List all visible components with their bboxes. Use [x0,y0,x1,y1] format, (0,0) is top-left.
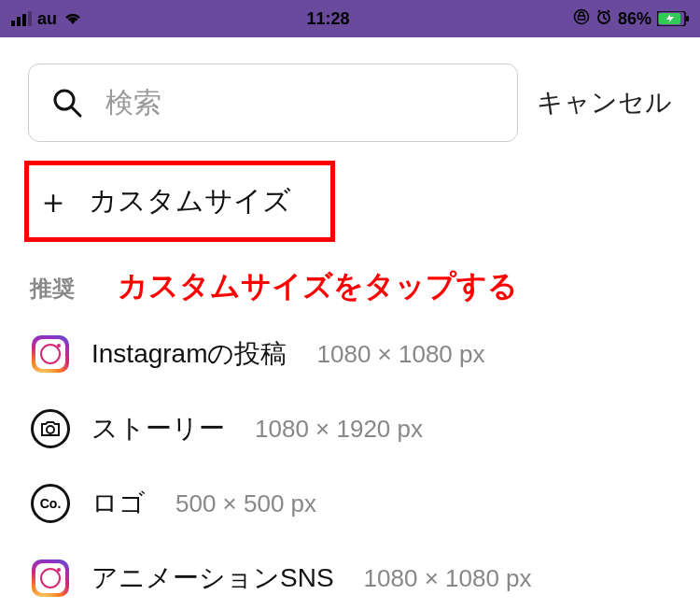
orientation-lock-icon [573,8,590,30]
list-item[interactable]: Co. ロゴ 500 × 500 px [0,466,700,541]
svg-rect-3 [28,11,32,26]
annotation-text: カスタムサイズをタップする [118,266,518,307]
section-header: 推奨 カスタムサイズをタップする [0,242,700,317]
battery-percent: 86% [618,9,651,29]
search-icon [51,87,83,119]
svg-line-10 [72,107,80,116]
plus-icon: ＋ [36,185,70,219]
item-dimensions: 1080 × 1080 px [317,340,485,369]
item-label: アニメーションSNS [91,560,334,596]
list-item[interactable]: Instagramの投稿 1080 × 1080 px [0,317,700,391]
wifi-icon [63,11,83,26]
svg-rect-8 [686,16,689,21]
svg-rect-1 [17,17,21,26]
camera-icon [30,408,71,449]
custom-size-label: カスタムサイズ [89,182,291,220]
item-label: ロゴ [91,486,146,521]
list-item[interactable]: アニメーションSNS 1080 × 1080 px [0,541,700,609]
custom-size-button[interactable]: ＋ カスタムサイズ [24,161,335,242]
item-dimensions: 1080 × 1080 px [364,564,532,593]
carrier-label: au [37,9,57,29]
svg-rect-0 [11,21,15,26]
item-dimensions: 1080 × 1920 px [255,415,423,444]
status-time: 11:28 [306,9,349,29]
search-placeholder: 検索 [105,84,161,122]
logo-co-icon: Co. [30,483,71,524]
status-right: 86% [573,8,689,30]
instagram-icon [30,333,71,375]
item-dimensions: 500 × 500 px [175,489,316,518]
svg-point-11 [47,426,54,433]
status-left: au [11,9,83,29]
battery-icon [657,11,689,26]
item-label: Instagramの投稿 [91,336,287,372]
svg-rect-2 [22,14,26,26]
search-row: 検索 キャンセル [0,37,700,161]
list-item[interactable]: ストーリー 1080 × 1920 px [0,391,700,466]
status-bar: au 11:28 86% [0,0,700,37]
item-label: ストーリー [91,411,225,446]
search-input[interactable]: 検索 [28,64,518,142]
recommend-label: 推奨 [30,274,75,304]
cancel-button[interactable]: キャンセル [537,85,678,120]
signal-icon [11,11,32,26]
alarm-icon [595,8,612,30]
instagram-icon [30,558,71,599]
